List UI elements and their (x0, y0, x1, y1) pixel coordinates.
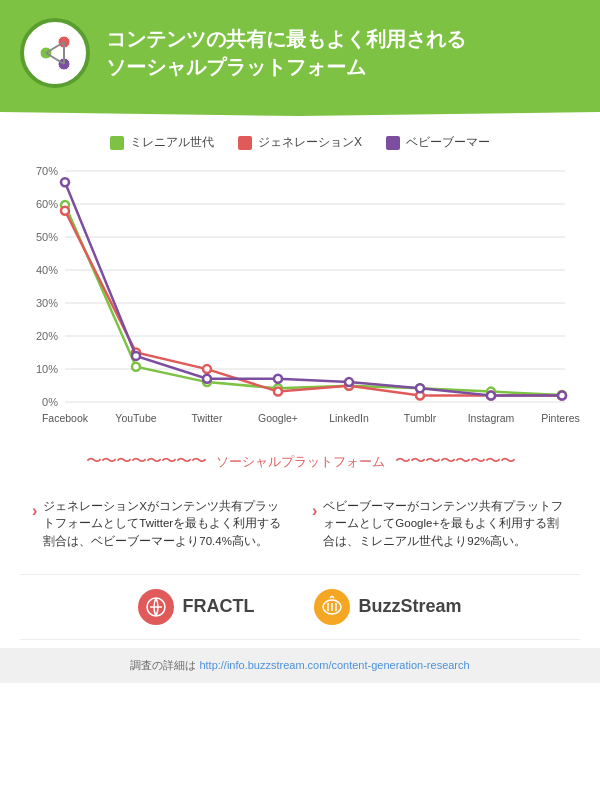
svg-text:Facebook: Facebook (42, 412, 89, 424)
svg-text:0%: 0% (42, 396, 58, 408)
legend-item-boomer: ベビーブーマー (386, 134, 490, 151)
fractl-name: FRACTL (182, 596, 254, 617)
buzzstream-name: BuzzStream (358, 596, 461, 617)
wave-right: 〜〜〜〜〜〜〜〜 (395, 451, 515, 472)
legend-item-genx: ジェネレーションX (238, 134, 362, 151)
legend-color-boomer (386, 136, 400, 150)
svg-text:20%: 20% (36, 330, 58, 342)
header: コンテンツの共有に最もよく利用される ソーシャルプラットフォーム (0, 0, 600, 106)
svg-text:Google+: Google+ (258, 412, 298, 424)
svg-point-41 (274, 375, 282, 383)
info-box-1: › ジェネレーションXがコンテンツ共有プラットフォームとしてTwitterを最も… (20, 490, 300, 558)
svg-text:40%: 40% (36, 264, 58, 276)
footer-label: 調査の詳細は (130, 659, 196, 671)
svg-line-61 (332, 596, 334, 598)
wave-left: 〜〜〜〜〜〜〜〜 (86, 451, 206, 472)
fractl-logo: FRACTL (138, 589, 254, 625)
legend-label-genx: ジェネレーションX (258, 134, 362, 151)
arrow-icon-1: › (32, 499, 37, 550)
svg-text:Twitter: Twitter (192, 412, 223, 424)
legend-item-millennial: ミレニアル世代 (110, 134, 214, 151)
legend-color-genx (238, 136, 252, 150)
svg-point-39 (132, 352, 140, 360)
svg-text:Pinterest: Pinterest (541, 412, 580, 424)
line-chart: 70% 60% 50% 40% 30% 20% 10% 0% (20, 161, 580, 441)
svg-point-32 (203, 365, 211, 373)
svg-point-42 (345, 378, 353, 386)
svg-point-23 (132, 363, 140, 371)
x-axis-text: ソーシャルプラットフォーム (216, 453, 385, 471)
x-axis-label: 〜〜〜〜〜〜〜〜 ソーシャルプラットフォーム 〜〜〜〜〜〜〜〜 (0, 445, 600, 482)
svg-text:LinkedIn: LinkedIn (329, 412, 369, 424)
svg-text:YouTube: YouTube (115, 412, 156, 424)
legend-color-millennial (110, 136, 124, 150)
svg-point-30 (61, 207, 69, 215)
svg-point-33 (274, 388, 282, 396)
info-text-2: ベビーブーマーがコンテンツ共有プラットフォームとしてGoogle+を最もよく利用… (323, 498, 568, 550)
svg-point-45 (558, 392, 566, 400)
svg-point-43 (416, 384, 424, 392)
footer-link[interactable]: http://info.buzzstream.com/content-gener… (199, 659, 469, 671)
svg-point-40 (203, 375, 211, 383)
svg-text:70%: 70% (36, 165, 58, 177)
legend-label-boomer: ベビーブーマー (406, 134, 490, 151)
buzz-icon (314, 589, 350, 625)
logos-section: FRACTL BuzzStream (20, 574, 580, 640)
fractl-icon (138, 589, 174, 625)
header-title: コンテンツの共有に最もよく利用される ソーシャルプラットフォーム (106, 25, 466, 81)
svg-point-44 (487, 392, 495, 400)
header-icon (20, 18, 90, 88)
info-text-1: ジェネレーションXがコンテンツ共有プラットフォームとしてTwitterを最もよく… (43, 498, 288, 550)
info-section: › ジェネレーションXがコンテンツ共有プラットフォームとしてTwitterを最も… (0, 482, 600, 574)
svg-text:60%: 60% (36, 198, 58, 210)
legend-label-millennial: ミレニアル世代 (130, 134, 214, 151)
svg-text:50%: 50% (36, 231, 58, 243)
buzzstream-logo: BuzzStream (314, 589, 461, 625)
svg-line-60 (330, 596, 332, 598)
info-box-2: › ベビーブーマーがコンテンツ共有プラットフォームとしてGoogle+を最もよく… (300, 490, 580, 558)
svg-text:Tumblr: Tumblr (404, 412, 437, 424)
chart-area: 70% 60% 50% 40% 30% 20% 10% 0% (0, 161, 600, 445)
svg-text:10%: 10% (36, 363, 58, 375)
svg-point-38 (61, 178, 69, 186)
svg-text:Instagram: Instagram (468, 412, 515, 424)
footer-url: 調査の詳細は http://info.buzzstream.com/conten… (0, 648, 600, 683)
svg-text:30%: 30% (36, 297, 58, 309)
arrow-icon-2: › (312, 499, 317, 550)
